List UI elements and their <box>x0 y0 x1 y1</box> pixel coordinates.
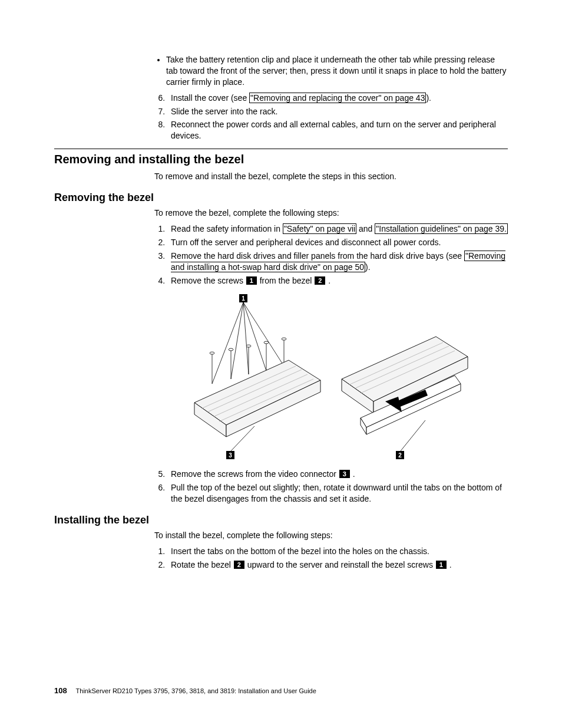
step-item: Remove the screws 1 from the bezel 2 . <box>167 275 508 286</box>
step-item: Slide the server into the rack. <box>167 106 508 117</box>
step-text: Remove the screws <box>171 276 246 285</box>
footer-text: ThinkServer RD210 Types 3795, 3796, 3818… <box>76 687 316 694</box>
step-item: Remove the hard disk drives and filler p… <box>167 251 508 273</box>
installing-steps-list: Insert the tabs on the bottom of the bez… <box>154 546 508 571</box>
xref-link[interactable]: "Removing and replacing the cover" on pa… <box>249 93 426 103</box>
step-text: ). <box>426 93 431 103</box>
page-number: 108 <box>54 686 67 695</box>
svg-point-12 <box>264 341 269 344</box>
step-text: . <box>326 276 330 285</box>
svg-line-2 <box>231 302 243 379</box>
svg-line-4 <box>243 302 266 371</box>
step-text: ). <box>365 262 371 272</box>
continued-steps-block: Take the battery retention clip and plac… <box>154 54 508 141</box>
step-text: . <box>351 469 355 479</box>
document-page: Take the battery retention clip and plac… <box>0 0 562 728</box>
callout-badge: 1 <box>436 561 447 569</box>
callout-1: 1 <box>242 295 245 302</box>
subsection-intro: To remove the bezel, complete the follow… <box>154 207 508 219</box>
svg-point-10 <box>246 345 251 347</box>
svg-line-36 <box>401 420 425 451</box>
step-item: Rotate the bezel 2 upward to the server … <box>167 559 508 571</box>
nested-bullet-list: Take the battery retention clip and plac… <box>154 54 508 88</box>
page-footer: 108 ThinkServer RD210 Types 3795, 3796, … <box>54 686 316 695</box>
figure-left-illustration: 1 <box>190 291 325 462</box>
bullet-item: Take the battery retention clip and plac… <box>166 54 508 88</box>
step-text: upward to the server and reinstall the b… <box>245 560 435 569</box>
svg-point-6 <box>210 352 214 354</box>
svg-point-14 <box>282 338 286 340</box>
removing-steps-block: Read the safety information in "Safety" … <box>154 223 508 505</box>
subsection-heading: Installing the bezel <box>54 514 508 526</box>
step-text: . <box>447 560 452 569</box>
xref-link[interactable]: "Installation guidelines" on page 39. <box>375 223 508 234</box>
step-item: Turn off the server and peripheral devic… <box>167 237 508 248</box>
removing-steps-list-cont: Remove the screws from the video connect… <box>154 469 508 505</box>
figure-right-illustration: 2 <box>337 291 472 462</box>
callout-badge: 2 <box>234 561 244 569</box>
section-heading: Removing and installing the bezel <box>54 153 508 166</box>
step-text: Read the safety information in <box>171 224 283 233</box>
installing-steps-block: Insert the tabs on the bottom of the bez… <box>154 546 508 571</box>
svg-point-8 <box>229 348 233 351</box>
callout-badge: 3 <box>339 470 350 478</box>
step-item: Read the safety information in "Safety" … <box>167 223 508 235</box>
svg-line-1 <box>212 302 243 384</box>
removing-steps-list: Read the safety information in "Safety" … <box>154 223 508 286</box>
continued-steps-list: Install the cover (see "Removing and rep… <box>154 93 508 142</box>
step-text: Remove the screws from the video connect… <box>171 469 339 479</box>
section-rule <box>54 149 508 149</box>
callout-badge: 2 <box>315 276 325 285</box>
subsection-intro: To install the bezel, complete the follo… <box>154 530 508 541</box>
step-text: Remove the hard disk drives and filler p… <box>171 251 464 261</box>
step-item: Reconnect the power cords and all extern… <box>167 119 508 141</box>
xref-link[interactable]: "Safety" on page vii <box>283 223 356 234</box>
section-intro: To remove and install the bezel, complet… <box>154 171 508 182</box>
step-item: Insert the tabs on the bottom of the bez… <box>167 546 508 557</box>
bezel-figure: 1 <box>154 291 508 462</box>
step-text: and <box>356 224 375 233</box>
step-item: Pull the top of the bezel out slightly; … <box>167 482 508 505</box>
callout-3: 3 <box>229 452 232 459</box>
step-text: Install the cover (see <box>171 93 249 103</box>
step-text: Rotate the bezel <box>171 560 233 569</box>
svg-line-3 <box>243 302 249 374</box>
step-item: Install the cover (see "Removing and rep… <box>167 93 508 104</box>
callout-2: 2 <box>398 452 402 459</box>
step-item: Remove the screws from the video connect… <box>167 469 508 480</box>
callout-badge: 1 <box>246 276 257 285</box>
subsection-heading: Removing the bezel <box>54 192 508 204</box>
svg-line-5 <box>243 302 284 366</box>
step-text: from the bezel <box>257 276 315 285</box>
